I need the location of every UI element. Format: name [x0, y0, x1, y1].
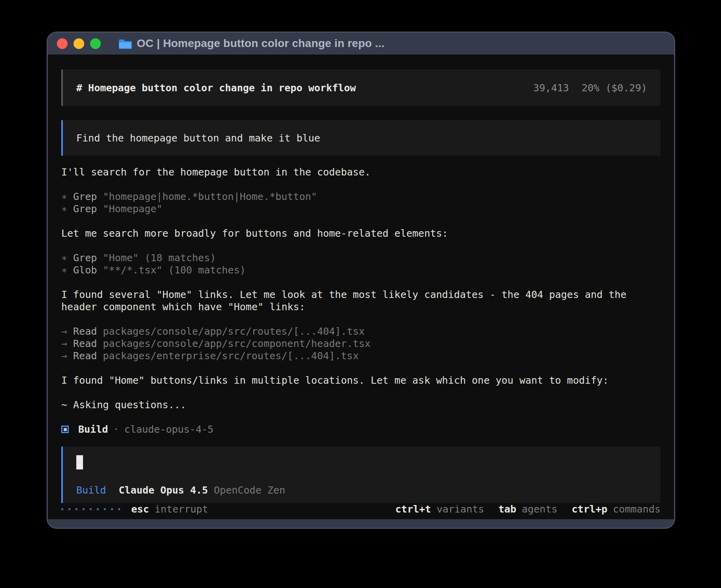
tool-call-read: → Read packages/console/app/src/componen…: [61, 337, 661, 350]
shortcut-bar: esc interrupt ctrl+t variants tab agents…: [61, 503, 661, 518]
square-dot-icon: [61, 426, 69, 433]
separator-dot: ·: [113, 423, 119, 435]
zoom-button[interactable]: [90, 38, 101, 49]
window-bottom-frame: [47, 519, 674, 528]
terminal-window: OC | Homepage button color change in rep…: [47, 32, 675, 529]
close-button[interactable]: [57, 38, 68, 49]
tool-call-glob: ∗ Glob "**/*.tsx" (100 matches): [61, 264, 661, 276]
hint-agents: tab agents: [498, 503, 557, 515]
window-title: OC | Homepage button color change in rep…: [137, 37, 385, 50]
terminal-content: # Homepage button color change in repo w…: [48, 55, 674, 519]
token-count: 39,413: [533, 82, 569, 94]
arrow-right-icon: →: [61, 337, 67, 350]
shortcut-bar-right: ctrl+t variants tab agents ctrl+p comman…: [395, 503, 661, 515]
agent-name: Build: [78, 423, 108, 435]
tool-call-read: → Read packages/enterprise/src/routes/[.…: [61, 350, 661, 362]
user-message-text: Find the homepage button and make it blu…: [76, 132, 320, 144]
assistant-paragraph: I found several "Home" links. Let me loo…: [61, 288, 661, 313]
traffic-lights: [57, 38, 101, 49]
asterisk-icon: ∗: [61, 264, 67, 276]
hint-interrupt: esc interrupt: [131, 503, 208, 515]
tool-call-grep: ∗ Grep "Home" (18 matches): [61, 252, 661, 264]
arrow-right-icon: →: [61, 325, 67, 337]
user-message: Find the homepage button and make it blu…: [61, 120, 661, 156]
prompt-input[interactable]: Build Claude Opus 4.5 OpenCode Zen: [61, 447, 661, 503]
session-title: # Homepage button color change in repo w…: [76, 82, 356, 94]
hint-variants: ctrl+t variants: [395, 503, 484, 515]
arrow-right-icon: →: [61, 350, 67, 362]
asterisk-icon: ∗: [61, 190, 67, 203]
text-cursor: [76, 455, 83, 469]
agent-status-line: Build · claude-opus-4-5: [61, 423, 661, 435]
tool-call-group: → Read packages/console/app/src/routes/[…: [61, 325, 661, 362]
assistant-paragraph: Let me search more broadly for buttons a…: [61, 227, 661, 239]
folder-icon: [119, 38, 132, 49]
asterisk-icon: ∗: [61, 203, 67, 215]
assistant-paragraph: I'll search for the homepage button in t…: [61, 166, 661, 178]
assistant-paragraph: I found "Home" buttons/links in multiple…: [61, 374, 661, 386]
input-status-row: Build Claude Opus 4.5 OpenCode Zen: [76, 484, 647, 496]
context-cost: 20% ($0.29): [581, 82, 647, 94]
active-model: Claude Opus 4.5: [119, 484, 208, 496]
tool-call-grep: ∗ Grep "homepage|home.*button|Home.*butt…: [61, 190, 661, 203]
chat-log: I'll search for the homepage button in t…: [61, 166, 661, 447]
shortcut-bar-left: esc interrupt: [61, 503, 208, 515]
active-agent: Build: [76, 484, 106, 496]
tool-call-group: ∗ Grep "Home" (18 matches) ∗ Glob "**/*.…: [61, 252, 661, 276]
tool-call-grep: ∗ Grep "Homepage": [61, 203, 661, 215]
tool-call-group: ∗ Grep "homepage|home.*button|Home.*butt…: [61, 190, 661, 215]
titlebar[interactable]: OC | Homepage button color change in rep…: [47, 32, 674, 55]
hint-commands: ctrl+p commands: [572, 503, 661, 515]
model-provider: OpenCode Zen: [214, 484, 285, 496]
progress-dots-icon: [61, 508, 120, 510]
model-id: claude-opus-4-5: [124, 423, 213, 435]
minimize-button[interactable]: [74, 38, 84, 49]
tool-call-read: → Read packages/console/app/src/routes/[…: [61, 325, 661, 337]
session-header: # Homepage button color change in repo w…: [61, 70, 661, 106]
asterisk-icon: ∗: [61, 252, 67, 264]
assistant-status-text: ~ Asking questions...: [61, 399, 661, 411]
session-stats: 39,413 20% ($0.29): [533, 82, 647, 94]
